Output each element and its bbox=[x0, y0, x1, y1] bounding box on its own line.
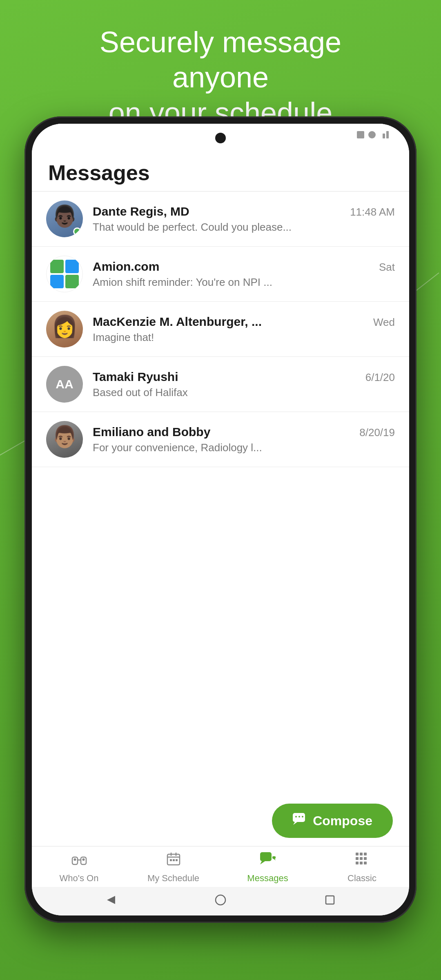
message-item-mackenzie[interactable]: 👩 MacKenzie M. Altenburger, ... Wed Imag… bbox=[32, 302, 409, 357]
svg-rect-12 bbox=[260, 852, 272, 861]
grid-icon bbox=[354, 851, 370, 867]
avatar-amion bbox=[46, 256, 83, 292]
content-spacer bbox=[32, 494, 409, 796]
online-indicator-dante bbox=[73, 227, 81, 236]
message-top-tamaki: Tamaki Ryushi 6/1/20 bbox=[93, 370, 395, 384]
compose-area: Compose bbox=[32, 795, 409, 846]
message-time-amion: Sat bbox=[379, 261, 395, 274]
message-body-amion: Amion.com Sat Amion shift reminder: You'… bbox=[93, 260, 395, 289]
svg-point-7 bbox=[82, 858, 85, 861]
nav-item-my-schedule[interactable]: My Schedule bbox=[126, 851, 220, 884]
svg-point-6 bbox=[74, 858, 76, 861]
binoculars-icon bbox=[71, 851, 87, 867]
recents-square-icon bbox=[324, 894, 336, 906]
svg-rect-10 bbox=[173, 859, 175, 861]
svg-marker-23 bbox=[107, 896, 115, 904]
android-recents-button[interactable] bbox=[324, 894, 336, 909]
hero-line-1: Securely message bbox=[100, 26, 341, 58]
message-item-emiliano[interactable]: 👨🏽 Emiliano and Bobby 8/20/19 For your c… bbox=[32, 412, 409, 467]
messages-icon bbox=[259, 851, 276, 871]
message-top-mackenzie: MacKenzie M. Altenburger, ... Wed bbox=[93, 315, 395, 329]
message-top-emiliano: Emiliano and Bobby 8/20/19 bbox=[93, 425, 395, 439]
message-preview-amion: Amion shift reminder: You're on NPI ... bbox=[93, 276, 395, 289]
svg-rect-13 bbox=[272, 856, 276, 859]
message-preview-tamaki: Based out of Halifax bbox=[93, 386, 395, 399]
avatar-initials-tamaki: AA bbox=[56, 377, 73, 391]
nav-label-messages: Messages bbox=[247, 873, 288, 884]
home-circle-icon bbox=[215, 894, 226, 906]
svg-rect-15 bbox=[360, 853, 363, 855]
svg-rect-0 bbox=[293, 813, 305, 822]
amion-logo bbox=[50, 260, 79, 288]
avatar-tamaki: AA bbox=[46, 366, 83, 403]
svg-rect-22 bbox=[364, 862, 367, 864]
svg-rect-2 bbox=[298, 816, 300, 817]
nav-item-whos-on[interactable]: Who's On bbox=[32, 851, 126, 884]
app-header: Messages bbox=[32, 152, 409, 191]
message-item-dante[interactable]: 👨🏿 Dante Regis, MD 11:48 AM That would b… bbox=[32, 192, 409, 247]
message-time-mackenzie: Wed bbox=[373, 316, 395, 329]
app-content: Messages 👨🏿 Dante Regis, MD 11:48 AM bbox=[32, 152, 409, 915]
status-icons bbox=[357, 131, 389, 138]
message-item-tamaki[interactable]: AA Tamaki Ryushi 6/1/20 Based out of Hal… bbox=[32, 357, 409, 412]
svg-rect-25 bbox=[326, 896, 334, 904]
nav-label-classic: Classic bbox=[347, 873, 376, 884]
nav-item-classic[interactable]: Classic bbox=[315, 851, 409, 884]
android-nav bbox=[32, 887, 409, 915]
svg-rect-18 bbox=[360, 857, 363, 860]
messages-list: 👨🏿 Dante Regis, MD 11:48 AM That would b… bbox=[32, 192, 409, 494]
message-time-tamaki: 6/1/20 bbox=[365, 371, 395, 384]
svg-rect-9 bbox=[170, 859, 172, 861]
phone-screen: Messages 👨🏿 Dante Regis, MD 11:48 AM bbox=[32, 124, 409, 915]
camera-notch bbox=[215, 133, 226, 143]
svg-rect-17 bbox=[356, 857, 359, 860]
nav-label-my-schedule: My Schedule bbox=[147, 873, 199, 884]
sender-name-mackenzie: MacKenzie M. Altenburger, ... bbox=[93, 315, 262, 329]
message-body-tamaki: Tamaki Ryushi 6/1/20 Based out of Halifa… bbox=[93, 370, 395, 399]
my-schedule-icon bbox=[166, 851, 181, 871]
android-home-button[interactable] bbox=[215, 894, 226, 909]
hero-line-2: anyone bbox=[172, 61, 269, 94]
compose-button[interactable]: Compose bbox=[272, 804, 393, 838]
svg-rect-16 bbox=[364, 853, 367, 855]
svg-rect-11 bbox=[176, 859, 178, 861]
amion-cell-2 bbox=[65, 260, 79, 273]
signal-icon bbox=[357, 131, 364, 138]
avatar-dante: 👨🏿 bbox=[46, 200, 83, 237]
hero-text: Securely message anyone on your schedule bbox=[0, 24, 441, 130]
nav-item-messages[interactable]: Messages bbox=[220, 851, 315, 884]
compose-label: Compose bbox=[313, 813, 372, 829]
message-preview-emiliano: For your convenience, Radiology l... bbox=[93, 441, 395, 454]
avatar-mackenzie: 👩 bbox=[46, 311, 83, 347]
amion-cell-4 bbox=[65, 275, 79, 288]
svg-rect-21 bbox=[360, 862, 363, 864]
sender-name-emiliano: Emiliano and Bobby bbox=[93, 425, 210, 439]
classic-icon bbox=[354, 851, 370, 871]
svg-rect-3 bbox=[302, 816, 303, 817]
message-time-dante: 11:48 AM bbox=[350, 206, 395, 218]
messages-chat-icon bbox=[259, 851, 276, 867]
svg-rect-20 bbox=[356, 862, 359, 864]
sender-name-dante: Dante Regis, MD bbox=[93, 205, 189, 218]
whos-on-icon bbox=[71, 851, 87, 871]
avatar-emiliano: 👨🏽 bbox=[46, 421, 83, 458]
wifi-icon bbox=[368, 131, 376, 138]
nav-label-whos-on: Who's On bbox=[60, 873, 99, 884]
message-preview-mackenzie: Imagine that! bbox=[93, 331, 395, 344]
message-top-dante: Dante Regis, MD 11:48 AM bbox=[93, 205, 395, 218]
sender-name-tamaki: Tamaki Ryushi bbox=[93, 370, 178, 384]
message-body-emiliano: Emiliano and Bobby 8/20/19 For your conv… bbox=[93, 425, 395, 454]
message-preview-dante: That would be perfect. Could you please.… bbox=[93, 221, 395, 234]
message-body-dante: Dante Regis, MD 11:48 AM That would be p… bbox=[93, 205, 395, 234]
amion-cell-1 bbox=[50, 260, 64, 273]
chat-icon-svg bbox=[292, 813, 306, 826]
sender-name-amion: Amion.com bbox=[93, 260, 159, 274]
compose-icon bbox=[292, 813, 306, 829]
message-item-amion[interactable]: Amion.com Sat Amion shift reminder: You'… bbox=[32, 247, 409, 302]
status-bar bbox=[32, 124, 409, 152]
message-top-amion: Amion.com Sat bbox=[93, 260, 395, 274]
svg-rect-1 bbox=[295, 816, 297, 817]
phone-frame: Messages 👨🏿 Dante Regis, MD 11:48 AM bbox=[24, 116, 416, 923]
android-back-button[interactable] bbox=[105, 894, 117, 909]
calendar-icon bbox=[166, 851, 181, 867]
